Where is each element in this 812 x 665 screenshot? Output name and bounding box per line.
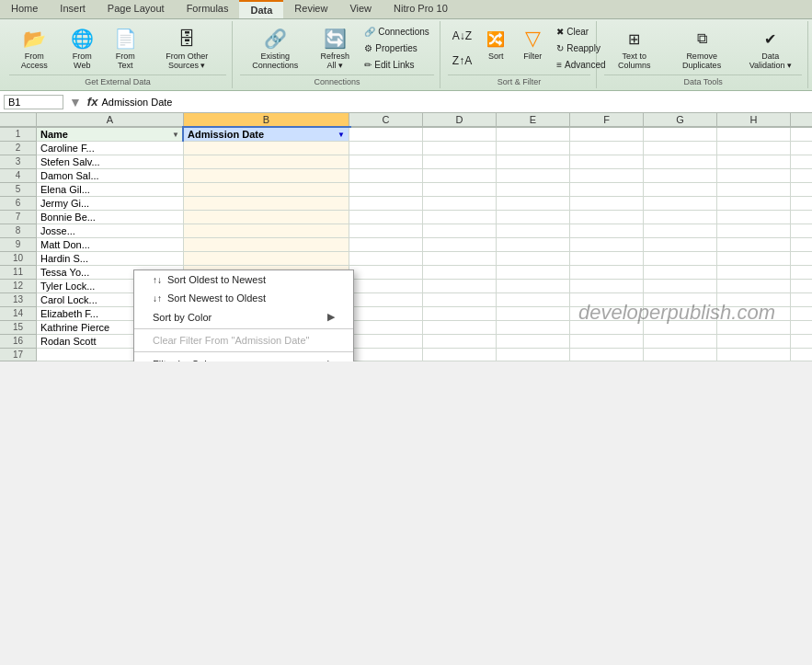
sort-oldest-item[interactable]: ↑↓ Sort Oldest to Newest [134,270,353,289]
col-header-g[interactable]: G [644,113,717,127]
edit-links-icon: ✏ [364,60,372,70]
filter-arrow-b1[interactable]: ▼ [337,131,345,139]
group-data-tools-label: Data Tools [604,75,802,86]
dropdown-separator-2 [134,351,353,352]
col-header-c[interactable]: C [349,113,423,127]
group-connections-label: Connections [240,75,434,86]
cell-a1[interactable]: Name ▼ [37,128,184,142]
filter-arrow-a1[interactable]: ▼ [172,131,179,139]
formula-input[interactable] [101,97,808,108]
text-to-columns-icon: ⊞ [622,26,647,52]
tab-formulas[interactable]: Formulas [176,0,240,18]
sort-az-icon: A↓Z [452,29,472,42]
data-validation-button[interactable]: ✔ Data Validation ▾ [739,23,802,73]
col-header-b[interactable]: B [184,113,349,127]
from-access-button[interactable]: 📂 From Access [9,23,59,73]
remove-duplicates-button[interactable]: ⧉ Remove Duplicates [667,23,738,73]
group-get-external-data: 📂 From Access 🌐 From Web 📄 From Text 🗄 F… [4,21,233,88]
sort-button[interactable]: 🔀 Sort [478,23,513,73]
col-header-f[interactable]: F [570,113,644,127]
spreadsheet: A B C D E F G H I 1 Name ▼ Admission Dat… [0,113,812,361]
sort-by-color-label: Sort by Color [153,312,212,323]
corner-cell [0,113,37,127]
formula-divider: ▼ [69,95,82,109]
table-row: 7 Bonnie Be... [0,211,812,224]
tab-review[interactable]: Review [283,0,338,18]
table-row: 10 Hardin S... [0,252,812,266]
sort-by-color-item[interactable]: Sort by Color ▶ [134,307,353,327]
tab-home[interactable]: Home [0,0,49,18]
tab-view[interactable]: View [338,0,383,18]
table-row: 12 Tyler Lock... [0,280,812,293]
cell-h1[interactable] [717,128,791,142]
col-header-e[interactable]: E [497,113,570,127]
filter-by-color-label: Filter by Color [153,359,215,362]
col-header-a[interactable]: A [37,113,184,127]
sort-newest-label: Sort Newest to Oldest [167,292,266,304]
tab-page-layout[interactable]: Page Layout [97,0,176,18]
group-sort-filter: A↓Z Z↑A 🔀 Sort ▽ Filter ✖ [442,21,597,88]
sort-za-button[interactable]: Z↑A [448,52,476,69]
data-validation-icon: ✔ [758,26,783,52]
cell-f1[interactable] [570,128,644,142]
from-access-icon: 📂 [21,26,47,52]
table-row: 5 Elena Gil... [0,183,812,197]
sort-az-button[interactable]: A↓Z [448,28,476,44]
tab-data[interactable]: Data [239,0,283,18]
advanced-icon: ≡ [556,60,562,70]
ribbon-content: 📂 From Access 🌐 From Web 📄 From Text 🗄 F… [0,19,812,90]
reapply-icon: ↻ [556,43,564,53]
sort-newest-item[interactable]: ↓↑ Sort Newest to Oldest [134,289,353,307]
name-box[interactable] [4,95,63,109]
table-row: 16 Rodan Scott 08-01-2013 [0,335,812,349]
clear-icon: ✖ [556,27,564,37]
tab-insert[interactable]: Insert [49,0,97,18]
connections-icon: 🔗 [364,27,375,37]
col-header-h[interactable]: H [717,113,791,127]
from-text-button[interactable]: 📄 From Text [105,23,145,73]
group-get-external-data-label: Get External Data [9,75,226,86]
sort-oldest-icon: ↑↓ [153,275,162,285]
dropdown-separator-1 [134,328,353,329]
filter-icon: ▽ [520,26,545,52]
filter-by-color-item[interactable]: Filter by Color ▶ [134,354,353,361]
text-to-columns-button[interactable]: ⊞ Text to Columns [604,23,664,73]
row-num-1: 1 [0,128,37,142]
col-header-d[interactable]: D [423,113,497,127]
properties-icon: ⚙ [364,43,372,53]
column-header-row: A B C D E F G H I [0,113,812,128]
clear-filter-label: Clear Filter From "Admission Date" [153,335,309,346]
table-row: 14 Elizabeth F... 08-01-2007 [0,307,812,321]
sort-icon: 🔀 [483,26,509,52]
sort-oldest-label: Sort Oldest to Newest [167,274,266,285]
from-web-button[interactable]: 🌐 From Web [61,23,103,73]
connections-button[interactable]: 🔗 Connections [360,25,434,39]
group-sort-filter-label: Sort & Filter [448,75,590,86]
cell-g1[interactable] [644,128,717,142]
col-header-i[interactable]: I [791,113,812,127]
table-row: 3 Stefen Salv... [0,155,812,169]
table-row: 15 Kathrine Pierce 28-04-2009 [0,321,812,335]
remove-duplicates-icon: ⧉ [689,26,715,52]
table-row: 6 Jermy Gi... [0,197,812,211]
refresh-all-button[interactable]: 🔄 Refresh All ▾ [312,23,358,73]
sort-by-color-arrow: ▶ [327,311,335,323]
group-data-tools: ⊞ Text to Columns ⧉ Remove Duplicates ✔ … [599,21,808,88]
sort-newest-icon: ↓↑ [153,293,162,304]
from-other-sources-button[interactable]: 🗄 From Other Sources ▾ [147,23,226,73]
group-connections: 🔗 Existing Connections 🔄 Refresh All ▾ 🔗… [234,21,440,88]
filter-button[interactable]: ▽ Filter [515,23,550,73]
cell-c1[interactable] [349,128,423,142]
cell-i1[interactable] [791,128,812,142]
properties-button[interactable]: ⚙ Properties [360,41,434,55]
edit-links-button[interactable]: ✏ Edit Links [360,58,434,72]
refresh-all-icon: 🔄 [322,26,348,52]
cell-d1[interactable] [423,128,497,142]
existing-connections-icon: 🔗 [262,26,288,52]
existing-connections-button[interactable]: 🔗 Existing Connections [240,23,310,73]
tab-nitro[interactable]: Nitro Pro 10 [383,0,459,18]
cell-e1[interactable] [497,128,570,142]
cell-b1[interactable]: Admission Date ▼ [184,128,349,142]
from-other-sources-icon: 🗄 [174,26,200,52]
clear-filter-item[interactable]: Clear Filter From "Admission Date" [134,331,353,350]
